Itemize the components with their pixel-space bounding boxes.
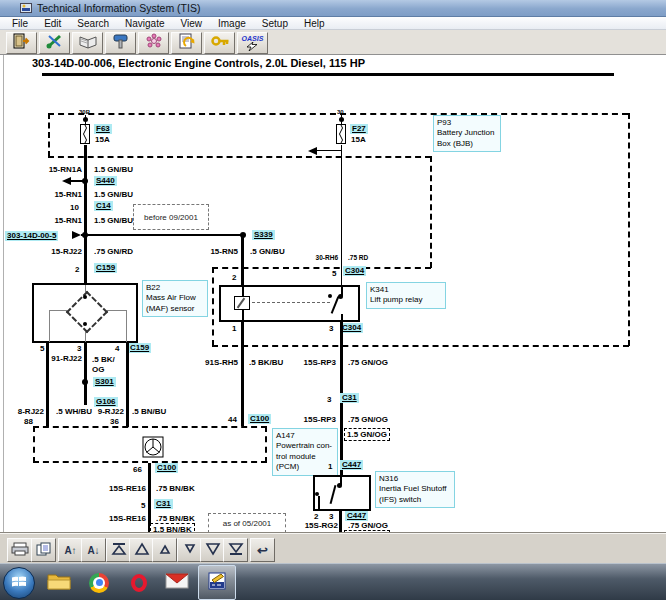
link-s301[interactable]: S301 bbox=[93, 377, 116, 387]
print-button[interactable] bbox=[7, 538, 32, 562]
menu-setup[interactable]: Setup bbox=[254, 18, 296, 29]
windows-flag-icon bbox=[11, 574, 27, 592]
link-c304-bottom[interactable]: C304 bbox=[340, 323, 363, 333]
tis-app-icon bbox=[208, 572, 226, 594]
ifs-contact-dot bbox=[315, 492, 319, 496]
menu-view[interactable]: View bbox=[173, 18, 211, 29]
wire-label-gauge: .75 BN/BK bbox=[156, 485, 195, 494]
hammer-button[interactable] bbox=[105, 32, 136, 54]
taskbar-explorer[interactable] bbox=[40, 565, 78, 600]
wire-label-id: 15S-RG2 bbox=[294, 522, 338, 531]
taskbar-chrome[interactable] bbox=[80, 565, 118, 600]
zoom-in-max-button[interactable] bbox=[106, 538, 131, 562]
fuse-f63-rating: 15A bbox=[95, 136, 110, 145]
image-toolbar: A↑ A↓ ↩ bbox=[0, 533, 666, 564]
font-increase-button[interactable]: A↑ bbox=[58, 538, 83, 562]
branch-wire bbox=[316, 150, 342, 151]
window-titlebar[interactable]: Technical Information System (TIS) bbox=[0, 0, 666, 17]
opera-icon bbox=[131, 574, 147, 592]
link-c159-bottom[interactable]: C159 bbox=[128, 343, 151, 353]
fuse-f63 bbox=[80, 124, 90, 144]
oasis-button[interactable]: OASIS bbox=[237, 32, 268, 54]
wire-label-gauge: .5 BK/ OG bbox=[92, 355, 115, 374]
font-increase-icon: A↑ bbox=[64, 545, 76, 556]
taskbar-mail[interactable] bbox=[158, 565, 196, 600]
note-before-09-2001: before 09/2001 bbox=[133, 204, 209, 230]
settings-button[interactable] bbox=[138, 32, 169, 54]
pin-number: 10 bbox=[70, 203, 79, 212]
zoom-out-max-button[interactable] bbox=[223, 538, 248, 562]
printer-icon bbox=[11, 542, 29, 558]
link-s339[interactable]: S339 bbox=[252, 230, 275, 240]
link-g106[interactable]: G106 bbox=[94, 397, 118, 407]
menu-bar: File Edit Search Navigate View Image Set… bbox=[0, 17, 666, 30]
wire-label-id: 15S-RP3 bbox=[296, 359, 336, 368]
wire-maf-pin3 bbox=[84, 343, 87, 405]
font-decrease-button[interactable]: A↓ bbox=[81, 538, 106, 562]
menu-image[interactable]: Image bbox=[210, 18, 254, 29]
copy-button[interactable] bbox=[31, 538, 56, 562]
pcm-internal-symbol-icon bbox=[142, 436, 164, 462]
link-c304-top[interactable]: C304 bbox=[343, 266, 366, 276]
wire-s339-to-relay bbox=[241, 234, 244, 285]
taskbar bbox=[0, 563, 666, 600]
link-f27[interactable]: F27 bbox=[350, 124, 368, 134]
link-c31-left[interactable]: C31 bbox=[154, 499, 173, 509]
folder-icon bbox=[46, 571, 72, 595]
triangle-down-bar-icon bbox=[228, 542, 244, 558]
bjb-outline bbox=[48, 156, 431, 158]
link-f63[interactable]: F63 bbox=[94, 124, 112, 134]
wire-relay-to-pcm bbox=[241, 322, 244, 426]
document-refresh-button[interactable] bbox=[171, 32, 202, 54]
link-c100-in[interactable]: C100 bbox=[248, 414, 271, 424]
link-c159-top[interactable]: C159 bbox=[94, 263, 117, 273]
document-refresh-icon bbox=[178, 33, 196, 53]
wire-label-id: 91S-RH5 bbox=[182, 359, 238, 368]
menu-help[interactable]: Help bbox=[296, 18, 333, 29]
taskbar-opera[interactable] bbox=[120, 565, 158, 600]
link-c31-right[interactable]: C31 bbox=[340, 393, 359, 403]
zoom-in-small-button[interactable] bbox=[152, 538, 177, 562]
relay-internal bbox=[242, 287, 244, 296]
relay-internal bbox=[341, 314, 343, 322]
undo-arrow-icon: ↩ bbox=[257, 543, 268, 558]
taskbar-tis-active[interactable] bbox=[198, 565, 236, 600]
zoom-out-button[interactable] bbox=[200, 538, 225, 562]
wire-label-id: 15-RN1 bbox=[22, 191, 82, 200]
key-button[interactable] bbox=[204, 32, 235, 54]
menu-navigate[interactable]: Navigate bbox=[117, 18, 172, 29]
pin-number: 3 bbox=[329, 324, 333, 333]
wire-main-left bbox=[84, 145, 87, 283]
bjb-label: P93 Battery Junction Box (BJB) bbox=[433, 115, 501, 152]
link-c447-top[interactable]: C447 bbox=[340, 460, 363, 470]
menu-file[interactable]: File bbox=[4, 18, 36, 29]
tools-button[interactable] bbox=[39, 32, 70, 54]
book-icon bbox=[78, 33, 98, 53]
link-c100-out[interactable]: C100 bbox=[155, 463, 178, 473]
wire-label-id: 9-RJ22 bbox=[82, 408, 124, 417]
key-icon bbox=[210, 34, 230, 52]
splice-dot bbox=[82, 178, 88, 184]
zoom-in-button[interactable] bbox=[129, 538, 154, 562]
pin-number: 36 bbox=[110, 417, 119, 426]
splice-dot bbox=[82, 379, 88, 385]
link-diagram-ref[interactable]: 303-14D-00-5 bbox=[5, 231, 58, 241]
link-c447-bottom[interactable]: C447 bbox=[345, 511, 368, 521]
menu-search[interactable]: Search bbox=[69, 18, 117, 29]
start-button[interactable] bbox=[3, 567, 35, 599]
pin-number: 66 bbox=[133, 465, 142, 474]
ifs-internal bbox=[318, 496, 320, 509]
fuse-f27 bbox=[336, 124, 346, 144]
hammer-icon bbox=[111, 33, 131, 53]
link-c14[interactable]: C14 bbox=[94, 201, 113, 211]
wire-label-id: 15-RN1 bbox=[22, 217, 82, 226]
catalog-button[interactable] bbox=[72, 32, 103, 54]
exit-button[interactable] bbox=[6, 32, 37, 54]
title-divider bbox=[42, 73, 614, 76]
undo-button[interactable]: ↩ bbox=[250, 538, 275, 562]
bjb-outline bbox=[628, 113, 630, 346]
menu-edit[interactable]: Edit bbox=[36, 18, 69, 29]
link-s440[interactable]: S440 bbox=[94, 176, 117, 186]
zoom-out-small-button[interactable] bbox=[177, 538, 202, 562]
note-as-of-05-2001: as of 05/2001 bbox=[208, 513, 286, 533]
